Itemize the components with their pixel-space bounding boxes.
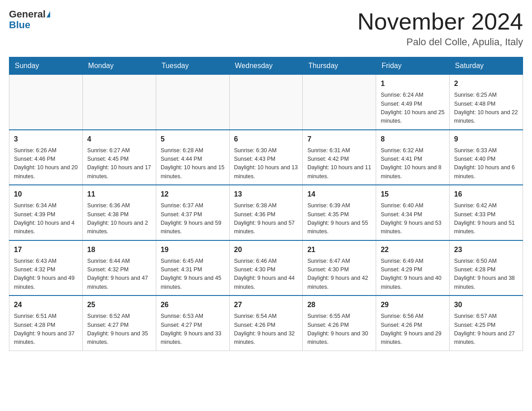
day-info: Sunrise: 6:31 AM Sunset: 4:42 PM Dayligh… (307, 146, 371, 181)
day-number: 3 (14, 134, 78, 145)
page-header: General Blue November 2024 Palo del Coll… (9, 9, 523, 48)
day-number: 12 (161, 189, 225, 200)
calendar-cell: 17Sunrise: 6:43 AM Sunset: 4:32 PM Dayli… (9, 240, 83, 296)
calendar-week-row: 24Sunrise: 6:51 AM Sunset: 4:28 PM Dayli… (9, 295, 523, 351)
day-number: 24 (14, 300, 78, 310)
day-info: Sunrise: 6:39 AM Sunset: 4:35 PM Dayligh… (307, 201, 371, 236)
title-block: November 2024 Palo del Colle, Apulia, It… (357, 9, 523, 48)
day-info: Sunrise: 6:45 AM Sunset: 4:31 PM Dayligh… (161, 257, 225, 292)
day-number: 28 (307, 300, 371, 310)
day-info: Sunrise: 6:37 AM Sunset: 4:37 PM Dayligh… (161, 201, 225, 236)
calendar-cell: 21Sunrise: 6:47 AM Sunset: 4:30 PM Dayli… (303, 240, 376, 296)
calendar-cell: 2Sunrise: 6:25 AM Sunset: 4:48 PM Daylig… (450, 75, 523, 130)
day-info: Sunrise: 6:32 AM Sunset: 4:41 PM Dayligh… (381, 146, 445, 181)
calendar-cell: 25Sunrise: 6:52 AM Sunset: 4:27 PM Dayli… (82, 295, 156, 351)
day-number: 10 (14, 189, 78, 200)
month-title: November 2024 (357, 9, 523, 34)
day-info: Sunrise: 6:52 AM Sunset: 4:27 PM Dayligh… (87, 312, 151, 347)
calendar-week-row: 10Sunrise: 6:34 AM Sunset: 4:39 PM Dayli… (9, 185, 523, 240)
day-number: 15 (381, 189, 445, 200)
day-info: Sunrise: 6:47 AM Sunset: 4:30 PM Dayligh… (307, 257, 371, 292)
day-info: Sunrise: 6:40 AM Sunset: 4:34 PM Dayligh… (381, 201, 445, 236)
weekday-header-monday: Monday (82, 57, 156, 75)
calendar-cell (156, 75, 229, 130)
weekday-header-friday: Friday (376, 57, 450, 75)
weekday-header-saturday: Saturday (450, 57, 523, 75)
calendar-cell: 20Sunrise: 6:46 AM Sunset: 4:30 PM Dayli… (229, 240, 303, 296)
day-info: Sunrise: 6:55 AM Sunset: 4:26 PM Dayligh… (307, 312, 371, 347)
day-number: 11 (87, 189, 151, 200)
day-info: Sunrise: 6:43 AM Sunset: 4:32 PM Dayligh… (14, 257, 78, 292)
calendar-week-row: 17Sunrise: 6:43 AM Sunset: 4:32 PM Dayli… (9, 240, 523, 296)
day-number: 9 (454, 134, 518, 145)
calendar-cell: 6Sunrise: 6:30 AM Sunset: 4:43 PM Daylig… (229, 130, 303, 185)
logo: General Blue (9, 9, 50, 30)
day-info: Sunrise: 6:30 AM Sunset: 4:43 PM Dayligh… (234, 146, 298, 181)
calendar-week-row: 1Sunrise: 6:24 AM Sunset: 4:49 PM Daylig… (9, 75, 523, 130)
day-info: Sunrise: 6:24 AM Sunset: 4:49 PM Dayligh… (381, 91, 445, 126)
calendar-cell: 29Sunrise: 6:56 AM Sunset: 4:26 PM Dayli… (376, 295, 450, 351)
calendar-cell (229, 75, 303, 130)
calendar-cell: 8Sunrise: 6:32 AM Sunset: 4:41 PM Daylig… (376, 130, 450, 185)
calendar-week-row: 3Sunrise: 6:26 AM Sunset: 4:46 PM Daylig… (9, 130, 523, 185)
day-number: 1 (381, 78, 445, 89)
day-number: 23 (454, 244, 518, 255)
logo-triangle-icon (47, 11, 50, 17)
day-number: 14 (307, 189, 371, 200)
day-number: 4 (87, 134, 151, 145)
day-number: 22 (381, 244, 445, 255)
calendar-cell: 22Sunrise: 6:49 AM Sunset: 4:29 PM Dayli… (376, 240, 450, 296)
day-number: 6 (234, 134, 298, 145)
day-number: 7 (307, 134, 371, 145)
day-number: 13 (234, 189, 298, 200)
calendar-cell: 28Sunrise: 6:55 AM Sunset: 4:26 PM Dayli… (303, 295, 376, 351)
day-info: Sunrise: 6:27 AM Sunset: 4:45 PM Dayligh… (87, 146, 151, 181)
calendar-cell: 9Sunrise: 6:33 AM Sunset: 4:40 PM Daylig… (450, 130, 523, 185)
day-number: 21 (307, 244, 371, 255)
calendar-cell: 1Sunrise: 6:24 AM Sunset: 4:49 PM Daylig… (376, 75, 450, 130)
day-info: Sunrise: 6:46 AM Sunset: 4:30 PM Dayligh… (234, 257, 298, 292)
calendar-cell: 19Sunrise: 6:45 AM Sunset: 4:31 PM Dayli… (156, 240, 229, 296)
day-info: Sunrise: 6:38 AM Sunset: 4:36 PM Dayligh… (234, 201, 298, 236)
location-text: Palo del Colle, Apulia, Italy (357, 36, 523, 48)
calendar-cell: 10Sunrise: 6:34 AM Sunset: 4:39 PM Dayli… (9, 185, 83, 240)
day-number: 2 (454, 78, 518, 89)
day-number: 25 (87, 300, 151, 310)
day-number: 17 (14, 244, 78, 255)
day-info: Sunrise: 6:36 AM Sunset: 4:38 PM Dayligh… (87, 201, 151, 236)
day-info: Sunrise: 6:34 AM Sunset: 4:39 PM Dayligh… (14, 201, 78, 236)
day-number: 26 (161, 300, 225, 310)
weekday-header-tuesday: Tuesday (156, 57, 229, 75)
day-number: 19 (161, 244, 225, 255)
day-number: 27 (234, 300, 298, 310)
day-number: 18 (87, 244, 151, 255)
day-info: Sunrise: 6:50 AM Sunset: 4:28 PM Dayligh… (454, 257, 518, 292)
day-info: Sunrise: 6:28 AM Sunset: 4:44 PM Dayligh… (161, 146, 225, 181)
calendar-cell: 24Sunrise: 6:51 AM Sunset: 4:28 PM Dayli… (9, 295, 83, 351)
day-info: Sunrise: 6:51 AM Sunset: 4:28 PM Dayligh… (14, 312, 78, 347)
calendar-cell: 5Sunrise: 6:28 AM Sunset: 4:44 PM Daylig… (156, 130, 229, 185)
day-number: 5 (161, 134, 225, 145)
calendar-cell (9, 75, 83, 130)
weekday-header-sunday: Sunday (9, 57, 83, 75)
weekday-header-thursday: Thursday (303, 57, 376, 75)
day-info: Sunrise: 6:33 AM Sunset: 4:40 PM Dayligh… (454, 146, 518, 181)
calendar-cell: 7Sunrise: 6:31 AM Sunset: 4:42 PM Daylig… (303, 130, 376, 185)
day-info: Sunrise: 6:49 AM Sunset: 4:29 PM Dayligh… (381, 257, 445, 292)
day-info: Sunrise: 6:25 AM Sunset: 4:48 PM Dayligh… (454, 91, 518, 126)
day-info: Sunrise: 6:53 AM Sunset: 4:27 PM Dayligh… (161, 312, 225, 347)
calendar-cell (303, 75, 376, 130)
calendar-cell: 11Sunrise: 6:36 AM Sunset: 4:38 PM Dayli… (82, 185, 156, 240)
calendar-cell: 4Sunrise: 6:27 AM Sunset: 4:45 PM Daylig… (82, 130, 156, 185)
calendar-cell: 18Sunrise: 6:44 AM Sunset: 4:32 PM Dayli… (82, 240, 156, 296)
calendar-cell: 30Sunrise: 6:57 AM Sunset: 4:25 PM Dayli… (450, 295, 523, 351)
weekday-header-wednesday: Wednesday (229, 57, 303, 75)
day-info: Sunrise: 6:42 AM Sunset: 4:33 PM Dayligh… (454, 201, 518, 236)
day-number: 8 (381, 134, 445, 145)
calendar-cell: 15Sunrise: 6:40 AM Sunset: 4:34 PM Dayli… (376, 185, 450, 240)
logo-general-text: General (9, 9, 46, 20)
day-number: 29 (381, 300, 445, 310)
day-info: Sunrise: 6:44 AM Sunset: 4:32 PM Dayligh… (87, 257, 151, 292)
day-info: Sunrise: 6:54 AM Sunset: 4:26 PM Dayligh… (234, 312, 298, 347)
calendar-cell: 3Sunrise: 6:26 AM Sunset: 4:46 PM Daylig… (9, 130, 83, 185)
